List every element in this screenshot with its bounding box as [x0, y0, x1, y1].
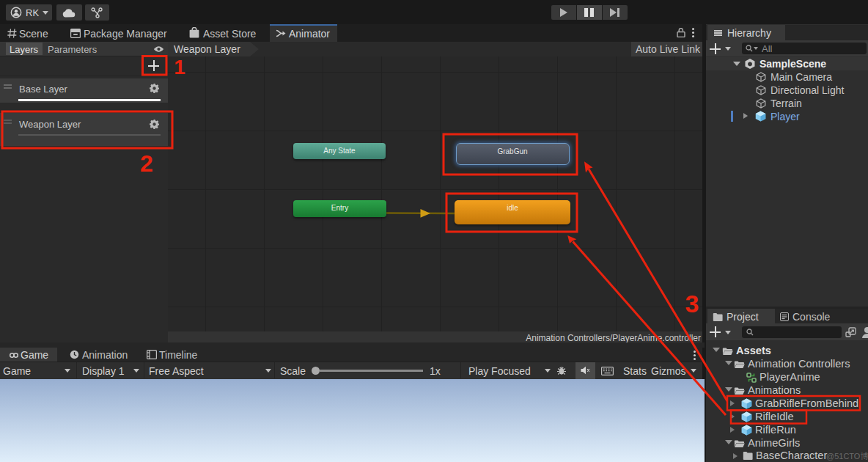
- svg-text:3: 3: [685, 290, 699, 318]
- svg-text:2: 2: [140, 150, 153, 177]
- svg-text:1: 1: [174, 56, 185, 78]
